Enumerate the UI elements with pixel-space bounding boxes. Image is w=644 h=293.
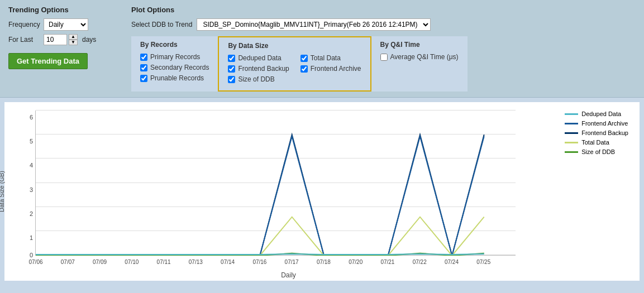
x-tick-0713: 07/13 [189, 259, 203, 265]
legend-deduped-line [565, 113, 578, 115]
trending-options-title: Trending Options [8, 6, 115, 14]
legend-size-of-ddb-line [565, 151, 578, 153]
legend-size-of-ddb: Size of DDB [565, 148, 628, 155]
x-tick-0717: 07/17 [285, 259, 299, 265]
select-ddb-label: Select DDB to Trend [131, 21, 192, 28]
y-tick-2: 2 [30, 210, 36, 217]
avg-qi-time-checkbox[interactable] [380, 54, 388, 61]
trending-options-panel: Trending Options Frequency Daily Weekly … [8, 6, 115, 69]
chart-container: Data Size (GB) 0 1 2 3 4 5 6 07/06 07/07… [4, 102, 640, 281]
y-tick-1: 1 [30, 234, 36, 241]
x-tick-0725: 07/25 [476, 259, 490, 265]
total-data-checkbox[interactable] [300, 55, 308, 62]
chart-area: 0 1 2 3 4 5 6 07/06 07/07 07/09 07/10 07… [35, 111, 516, 256]
frontend-archive-line [36, 136, 484, 256]
spinner-down-btn[interactable]: ▼ [69, 40, 78, 45]
legend-frontend-archive-line [565, 123, 578, 124]
get-trending-button[interactable]: Get Trending Data [8, 53, 88, 69]
x-tick-0710: 07/10 [125, 259, 139, 265]
frontend-backup-checkbox[interactable] [228, 65, 235, 73]
x-tick-0711: 07/11 [157, 259, 171, 265]
legend-frontend-backup: Frontend Backup [565, 129, 628, 136]
y-tick-0: 0 [30, 252, 36, 258]
y-tick-6: 6 [30, 114, 36, 121]
legend-frontend-backup-label: Frontend Backup [581, 129, 628, 136]
primary-records-item: Primary Records [140, 53, 209, 61]
by-data-size-group: By Data Size Deduped Data Frontend Backu… [218, 36, 371, 92]
legend-total-data-label: Total Data [581, 139, 609, 146]
spinner-up-btn[interactable]: ▲ [69, 34, 78, 40]
by-qi-time-title: By Q&I Time [380, 41, 459, 49]
avg-qi-time-label: Average Q&I Time (μs) [390, 53, 459, 61]
select-ddb-dropdown[interactable]: SIDB_SP_Domino{Maglib_MMV11INT}_Primary(… [197, 18, 431, 31]
size-of-ddb-label: Size of DDB [238, 75, 274, 83]
legend-total-data-line [565, 142, 578, 143]
by-data-size-col1: Deduped Data Frontend Backup Size of DDB [228, 54, 289, 86]
x-tick-0721: 07/21 [380, 259, 394, 265]
x-tick-0720: 07/20 [349, 259, 362, 265]
prunable-records-checkbox[interactable] [140, 75, 147, 82]
x-tick-0706: 07/06 [28, 259, 42, 265]
chart-svg [36, 111, 516, 256]
primary-records-label: Primary Records [150, 53, 200, 61]
days-label: days [82, 36, 96, 44]
frontend-archive-checkbox[interactable] [300, 65, 308, 73]
checkboxes-container: By Records Primary Records Secondary Rec… [131, 36, 636, 92]
y-tick-3: 3 [30, 186, 36, 193]
by-qi-time-group: By Q&I Time Average Q&I Time (μs) [371, 36, 468, 92]
x-tick-0722: 07/22 [413, 259, 427, 265]
x-tick-0707: 07/07 [61, 259, 75, 265]
x-tick-0714: 07/14 [221, 259, 235, 265]
frequency-select[interactable]: Daily Weekly Monthly [44, 18, 88, 31]
y-tick-5: 5 [30, 138, 36, 145]
legend-frontend-archive-label: Frontend Archive [581, 120, 628, 127]
x-axis-label: Daily [35, 271, 542, 279]
by-data-size-col2: Total Data Frontend Archive [300, 54, 361, 86]
secondary-records-label: Secondary Records [150, 64, 209, 71]
prunable-records-item: Prunable Records [140, 74, 209, 82]
legend-deduped: Deduped Data [565, 111, 628, 117]
deduped-data-checkbox[interactable] [228, 55, 235, 62]
frontend-backup-label: Frontend Backup [238, 65, 289, 73]
legend-deduped-label: Deduped Data [581, 111, 621, 117]
total-data-line [36, 217, 484, 256]
x-tick-0716: 07/16 [252, 259, 266, 265]
primary-records-checkbox[interactable] [140, 54, 147, 61]
frontend-backup-line [36, 135, 484, 256]
size-of-ddb-checkbox[interactable] [228, 76, 235, 83]
legend-size-of-ddb-label: Size of DDB [581, 148, 615, 155]
by-records-title: By Records [140, 41, 209, 49]
y-axis-label: Data Size (GB) [0, 171, 5, 212]
frequency-label: Frequency [8, 21, 39, 28]
secondary-records-checkbox[interactable] [140, 64, 147, 71]
x-tick-0709: 07/09 [93, 259, 107, 265]
y-tick-4: 4 [30, 162, 36, 169]
plot-options-title: Plot Options [131, 6, 636, 14]
deduped-data-line [36, 254, 484, 254]
x-tick-0724: 07/24 [445, 259, 459, 265]
for-last-input[interactable] [44, 34, 67, 45]
total-data-label: Total Data [311, 54, 341, 62]
plot-options-panel: Plot Options Select DDB to Trend SIDB_SP… [131, 6, 636, 92]
legend-frontend-archive: Frontend Archive [565, 120, 628, 127]
legend-frontend-backup-line [565, 132, 578, 134]
deduped-data-label: Deduped Data [238, 54, 281, 62]
legend: Deduped Data Frontend Archive Frontend B… [565, 111, 628, 158]
secondary-records-item: Secondary Records [140, 64, 209, 71]
frontend-archive-label: Frontend Archive [311, 65, 361, 73]
by-records-group: By Records Primary Records Secondary Rec… [131, 36, 218, 92]
prunable-records-label: Prunable Records [150, 74, 204, 82]
by-data-size-title: By Data Size [228, 42, 361, 50]
legend-total-data: Total Data [565, 139, 628, 146]
for-last-label: For Last [8, 36, 39, 44]
x-tick-0718: 07/18 [317, 259, 331, 265]
